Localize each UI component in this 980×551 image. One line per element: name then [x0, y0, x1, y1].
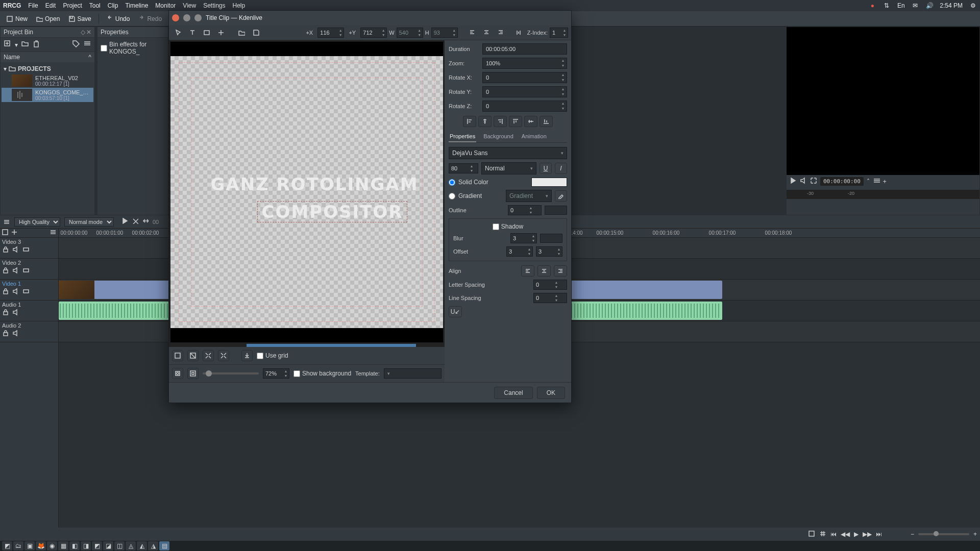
tag-icon[interactable]	[72, 40, 80, 49]
bin-item-kongos[interactable]: KONGOS_COME_WITH_I 00:03:57:10 [1]	[2, 88, 93, 102]
typewriter-icon[interactable]: U↙	[449, 306, 462, 317]
align-left-edge-icon[interactable]	[463, 116, 476, 127]
taskbar-app10[interactable]: ◪	[103, 541, 113, 550]
align-top-edge-icon[interactable]	[509, 116, 522, 127]
track-header-video3[interactable]: Video 3	[0, 238, 58, 259]
clock[interactable]: 2:54 PM	[940, 2, 963, 9]
zoom-field[interactable]: ▲▼	[482, 58, 567, 69]
font-size-input[interactable]	[449, 165, 469, 171]
use-grid-input[interactable]	[257, 353, 263, 359]
network-icon[interactable]: ⇅	[883, 2, 891, 10]
taskbar-app12[interactable]: ◬	[126, 541, 136, 550]
italic-button[interactable]: I	[555, 163, 567, 174]
float-icon[interactable]: ◇	[81, 29, 85, 36]
gear-icon[interactable]: ⚙	[969, 2, 977, 10]
chevron-up-icon[interactable]: ˄	[867, 178, 870, 185]
tab-background[interactable]: Background	[482, 131, 514, 142]
play-icon[interactable]: ▶	[854, 531, 859, 538]
rotate-y-input[interactable]	[483, 89, 559, 95]
dialog-titlebar[interactable]: Title Clip — Kdenlive	[169, 11, 571, 25]
realsize-icon[interactable]	[187, 368, 199, 379]
align-right-edge-icon[interactable]	[494, 116, 507, 127]
solid-color-radio[interactable]: Solid Color	[449, 178, 567, 187]
record-icon[interactable]: ●	[868, 2, 876, 10]
fit-icon[interactable]	[808, 530, 815, 539]
ok-button[interactable]: OK	[537, 387, 565, 399]
mute-icon[interactable]	[12, 267, 19, 274]
align-hcenter-icon[interactable]	[478, 116, 492, 127]
show-bg-checkbox[interactable]: Show background	[293, 370, 351, 377]
line-spacing-input[interactable]	[534, 295, 553, 301]
mail-icon[interactable]: ✉	[911, 2, 919, 10]
edit-gradient-icon[interactable]	[555, 190, 567, 202]
menu-file[interactable]: File	[28, 2, 38, 9]
maximize-icon[interactable]	[194, 14, 202, 21]
zoom-input[interactable]	[483, 60, 559, 66]
outline-spinner[interactable]: ▲▼	[508, 205, 542, 215]
track-header-audio1[interactable]: Audio 1	[0, 300, 58, 321]
spacer-icon[interactable]	[142, 218, 149, 226]
solid-color-input[interactable]	[449, 179, 455, 186]
align-center-icon[interactable]	[480, 27, 493, 39]
add-folder-icon[interactable]	[21, 40, 29, 49]
undo-button[interactable]: Undo	[103, 14, 133, 23]
close-icon[interactable]: ✕	[86, 29, 91, 36]
monitor-ruler[interactable]: -30 -20	[787, 190, 979, 199]
show-bg-input[interactable]	[293, 370, 300, 377]
menu-clip[interactable]: Clip	[108, 2, 118, 9]
font-size-spinner[interactable]: ▲▼	[449, 163, 478, 173]
gradient-input[interactable]	[449, 193, 455, 199]
y-spinner[interactable]: ▲▼	[360, 28, 387, 38]
h-spinner[interactable]: ▲▼	[431, 28, 458, 38]
title-text-line1[interactable]: GANZ ROTOLINGAM	[196, 174, 433, 194]
plus-x-button[interactable]: +X	[303, 27, 315, 39]
align-right-icon[interactable]	[495, 27, 507, 39]
lock-icon[interactable]	[2, 288, 9, 295]
taskbar-app8[interactable]: ◨	[81, 541, 91, 550]
duration-field[interactable]	[482, 43, 567, 55]
menu-tool[interactable]: Tool	[89, 2, 101, 9]
taskbar-app7[interactable]: ◧	[69, 541, 80, 550]
tab-animation[interactable]: Animation	[521, 131, 548, 142]
cancel-button[interactable]: Cancel	[494, 387, 532, 399]
menu-icon[interactable]	[83, 40, 91, 49]
template-select[interactable]	[384, 368, 442, 379]
select-shrink-icon[interactable]	[203, 350, 214, 361]
settings-icon[interactable]	[3, 218, 10, 226]
minimize-icon[interactable]	[183, 14, 190, 21]
rotate-z-input[interactable]	[483, 103, 559, 109]
mute-icon[interactable]	[12, 288, 19, 295]
open-button[interactable]: Open	[33, 14, 63, 23]
menu-edit[interactable]: Edit	[45, 2, 56, 9]
grid-icon[interactable]	[819, 530, 826, 539]
fit-icon[interactable]	[172, 368, 183, 379]
rect-tool-icon[interactable]	[201, 27, 213, 39]
quality-select[interactable]: High Quality	[14, 217, 60, 227]
title-text-line2[interactable]: COMPOSITOR	[257, 201, 407, 222]
h-input[interactable]	[432, 30, 451, 36]
taskbar-app11[interactable]: ◫	[114, 541, 125, 550]
zoom-slider[interactable]	[918, 533, 969, 535]
align-vcenter-icon[interactable]	[524, 116, 537, 127]
letter-spacing-spinner[interactable]: ▲▼	[533, 280, 567, 290]
track-header-video1[interactable]: Video 1	[0, 280, 58, 300]
lock-icon[interactable]	[2, 246, 9, 253]
plus-y-button[interactable]: +Y	[346, 27, 358, 39]
w-spinner[interactable]: ▲▼	[397, 28, 423, 38]
stream-icon[interactable]	[50, 229, 56, 237]
add-dropdown-icon[interactable]: ▾	[15, 41, 18, 48]
mute-icon[interactable]	[12, 309, 19, 316]
menu-icon[interactable]	[873, 177, 880, 186]
title-canvas[interactable]: GANZ ROTOLINGAM COMPOSITOR	[170, 41, 444, 343]
lock-icon[interactable]	[2, 309, 9, 316]
hide-icon[interactable]	[22, 267, 30, 274]
taskbar-app9[interactable]: ◩	[92, 541, 102, 550]
redo-button[interactable]: Redo	[135, 14, 165, 23]
menu-project[interactable]: Project	[63, 2, 82, 9]
select-all-icon[interactable]	[172, 350, 183, 361]
align-left-icon[interactable]	[466, 27, 478, 39]
monitor-timecode[interactable]: 00:00:00:00	[820, 177, 864, 186]
font-family-select[interactable]: DejaVu Sans	[449, 147, 567, 159]
w-input[interactable]	[397, 30, 416, 36]
rotate-x-field[interactable]: ▲▼	[482, 72, 567, 83]
